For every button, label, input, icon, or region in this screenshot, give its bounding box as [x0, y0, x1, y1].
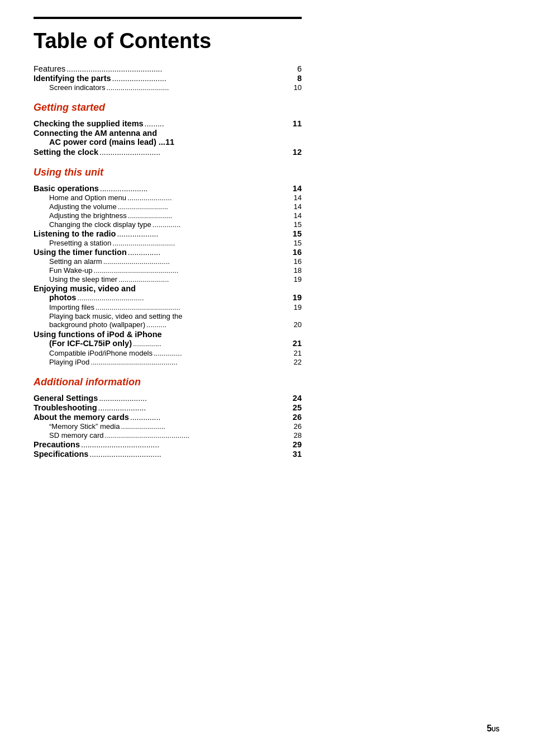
specifications-title: Specifications	[34, 450, 88, 459]
screen-indicators-dots: ...............................	[106, 83, 292, 92]
memory-stick-page: 26	[294, 422, 302, 431]
compatible-models-dots: ..............	[154, 349, 293, 357]
connecting-antenna-line1: Connecting the AM antenna and	[34, 129, 302, 138]
precautions-dots: ....................................	[81, 440, 292, 449]
identifying-parts-dots: .........................	[112, 74, 296, 83]
enjoying-music-line1: Enjoying music, video and	[34, 284, 302, 293]
ipod-iphone-dots: ..............	[133, 339, 292, 348]
timer-function-dots: ...............	[128, 248, 292, 257]
sleep-timer-title: Using the sleep timer	[49, 275, 117, 284]
page-super: US	[492, 726, 499, 733]
setting-alarm-title: Setting an alarm	[49, 257, 102, 266]
precautions-page: 29	[293, 440, 302, 449]
fun-wakeup-dots: ........................................…	[94, 266, 293, 275]
playing-back-entry: Playing back music, video and setting th…	[34, 312, 302, 329]
setting-clock-entry: Setting the clock ......................…	[34, 148, 302, 157]
listening-radio-dots: ...................	[117, 229, 291, 238]
checking-supplied-entry: Checking the supplied items ......... 11	[34, 119, 302, 128]
ipod-iphone-entry: Using functions of iPod & iPhone (For IC…	[34, 330, 302, 348]
presetting-station-title: Presetting a station	[49, 239, 111, 247]
memory-cards-title: About the memory cards	[34, 413, 129, 422]
adjusting-brightness-dots: ......................	[128, 211, 293, 220]
memory-cards-page: 26	[293, 413, 302, 422]
changing-clock-display-title: Changing the clock display type	[49, 220, 151, 229]
basic-operations-title: Basic operations	[34, 184, 99, 193]
getting-started-section: Getting started Checking the supplied it…	[34, 102, 302, 157]
connecting-antenna-line2-title: AC power cord (mains lead) ...	[49, 138, 165, 147]
specifications-page: 31	[293, 450, 302, 459]
ipod-iphone-page: 21	[293, 339, 302, 348]
home-option-menu-page: 14	[294, 193, 302, 202]
using-this-unit-header: Using this unit	[34, 167, 302, 178]
specifications-entry: Specifications .........................…	[34, 450, 302, 459]
setting-clock-title: Setting the clock	[34, 148, 98, 157]
listening-radio-title: Listening to the radio	[34, 229, 116, 238]
additional-info-section: Additional information General Settings …	[34, 376, 302, 459]
adjusting-brightness-title: Adjusting the brightness	[49, 211, 127, 220]
ipod-iphone-line2: (For ICF-CL75iP only) .............. 21	[34, 339, 302, 348]
general-settings-title: General Settings	[34, 394, 98, 403]
checking-supplied-title: Checking the supplied items	[34, 119, 144, 128]
identifying-parts-page: 8	[297, 74, 302, 83]
enjoying-music-line2-title: photos	[49, 293, 76, 302]
home-option-menu-title: Home and Option menu	[49, 193, 126, 202]
sleep-timer-entry: Using the sleep timer ..................…	[34, 275, 302, 284]
adjusting-volume-title: Adjusting the volume	[49, 202, 117, 211]
setting-alarm-dots: .................................	[103, 257, 293, 266]
presetting-station-entry: Presetting a station ...................…	[34, 239, 302, 247]
memory-stick-title: “Memory Stick” media	[49, 422, 120, 431]
enjoying-music-dots: .................................	[77, 294, 292, 302]
screen-indicators-title: Screen indicators	[49, 83, 105, 92]
top-border	[34, 17, 302, 19]
page-number: 5	[487, 724, 492, 733]
adjusting-volume-dots: .........................	[118, 202, 293, 211]
sleep-timer-page: 19	[294, 275, 302, 284]
adjusting-volume-page: 14	[294, 202, 302, 211]
ipod-iphone-line2-title: (For ICF-CL75iP only)	[49, 339, 132, 348]
playing-back-line2: background photo (wallpaper) .......... …	[49, 320, 302, 329]
setting-alarm-entry: Setting an alarm .......................…	[34, 257, 302, 266]
sd-memory-title: SD memory card	[49, 431, 104, 440]
connecting-antenna-entry: Connecting the AM antenna and AC power c…	[34, 129, 302, 147]
page-title: Table of Contents	[34, 29, 302, 53]
enjoying-music-entry: Enjoying music, video and photos .......…	[34, 284, 302, 302]
identifying-parts-title: Identifying the parts	[34, 74, 111, 83]
screen-indicators-entry: Screen indicators ......................…	[34, 83, 302, 92]
sd-memory-dots: ........................................…	[105, 431, 293, 440]
memory-stick-entry: “Memory Stick” media ...................…	[34, 422, 302, 431]
timer-function-title: Using the timer function	[34, 248, 127, 257]
playing-ipod-page: 22	[294, 358, 302, 366]
importing-files-title: Importing files	[49, 303, 94, 311]
timer-function-page: 16	[293, 248, 302, 257]
home-option-menu-entry: Home and Option menu ...................…	[34, 193, 302, 202]
page-container: Table of Contents Features .............…	[34, 17, 302, 459]
compatible-models-page: 21	[294, 349, 302, 357]
precautions-title: Precautions	[34, 440, 80, 449]
playing-ipod-title: Playing iPod	[49, 358, 89, 366]
memory-cards-dots: ..............	[130, 413, 292, 422]
features-entry: Features ...............................…	[34, 64, 302, 73]
basic-operations-page: 14	[293, 184, 302, 193]
playing-back-dots: ..........	[146, 320, 293, 329]
adjusting-volume-entry: Adjusting the volume ...................…	[34, 202, 302, 211]
listening-radio-entry: Listening to the radio .................…	[34, 229, 302, 238]
changing-clock-display-page: 15	[294, 220, 302, 229]
features-title: Features	[34, 64, 65, 73]
troubleshooting-dots: ......................	[98, 403, 292, 412]
troubleshooting-title: Troubleshooting	[34, 403, 97, 412]
general-settings-dots: ......................	[99, 394, 292, 403]
specifications-dots: .................................	[89, 450, 292, 459]
basic-operations-dots: ......................	[100, 184, 292, 193]
importing-files-entry: Importing files ........................…	[34, 303, 302, 311]
general-settings-entry: General Settings ...................... …	[34, 394, 302, 403]
enjoying-music-line2: photos .................................…	[34, 293, 302, 302]
getting-started-header: Getting started	[34, 102, 302, 114]
importing-files-page: 19	[294, 303, 302, 311]
changing-clock-display-dots: ..............	[153, 220, 293, 229]
features-dots: ........................................…	[66, 64, 296, 73]
additional-info-header: Additional information	[34, 376, 302, 388]
general-settings-page: 24	[293, 394, 302, 403]
checking-supplied-dots: .........	[145, 119, 292, 128]
troubleshooting-page: 25	[293, 403, 302, 412]
page-number-area: 5US	[487, 724, 499, 734]
